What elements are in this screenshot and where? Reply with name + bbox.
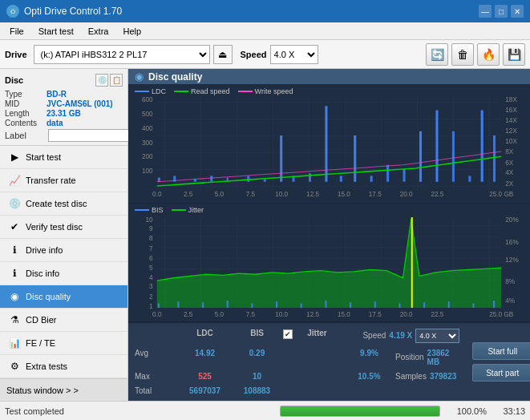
avg-bis: 0.29	[231, 349, 283, 366]
svg-text:300: 300	[142, 138, 153, 146]
eject-button[interactable]: ⏏	[213, 45, 233, 64]
transfer-rate-icon: 📈	[8, 174, 21, 187]
max-label: Max	[135, 372, 179, 381]
chart2: BIS Jitter 10	[128, 204, 530, 322]
disc-icon2[interactable]: 📋	[110, 74, 123, 87]
svg-text:200: 200	[142, 152, 153, 160]
max-ldc: 525	[179, 372, 231, 381]
svg-rect-85	[301, 303, 302, 308]
svg-text:12.5: 12.5	[306, 310, 319, 318]
action-buttons: Start full Start part	[466, 323, 530, 401]
svg-text:8X: 8X	[505, 147, 513, 155]
svg-text:22.5: 22.5	[431, 310, 444, 318]
nav-item-extra-tests[interactable]: ⚙ Extra tests	[0, 355, 127, 378]
svg-rect-40	[354, 135, 356, 182]
svg-text:5: 5	[149, 263, 153, 271]
start-part-button[interactable]: Start part	[472, 364, 530, 382]
charts-area: LDC Read speed Write speed	[128, 85, 530, 322]
menu-help[interactable]: Help	[116, 25, 148, 38]
mid-value: JVC-AMS6L (001)	[47, 99, 113, 108]
nav-transfer-rate-label: Transfer rate	[26, 176, 76, 185]
status-window-btn[interactable]: Status window > >	[0, 378, 127, 401]
svg-text:1: 1	[149, 302, 153, 310]
svg-text:22.5: 22.5	[431, 189, 444, 197]
nav-item-start-test[interactable]: ▶ Start test	[0, 146, 127, 169]
save-button[interactable]: 💾	[503, 43, 525, 66]
chart1: LDC Read speed Write speed	[128, 85, 530, 204]
speed-label: Speed	[241, 50, 267, 59]
extra-tests-icon: ⚙	[8, 360, 21, 373]
toolbar: Drive (k:) ATAPI iHBS312 2 PL17 ⏏ Speed …	[0, 40, 530, 69]
svg-text:3: 3	[149, 282, 153, 290]
stats-jitter-header: Jitter	[291, 329, 343, 343]
svg-rect-87	[350, 302, 351, 308]
samples-label: Samples	[395, 372, 427, 381]
minimize-button[interactable]: —	[479, 5, 492, 18]
speed-select[interactable]: 4.0 X	[270, 45, 318, 64]
time-text: 33:13	[493, 406, 525, 416]
svg-text:10: 10	[146, 215, 153, 223]
svg-text:14X: 14X	[505, 116, 517, 124]
drive-info-icon: ℹ	[8, 244, 21, 256]
nav-item-drive-info[interactable]: ℹ Drive info	[0, 239, 127, 262]
svg-rect-39	[340, 176, 342, 181]
menu-extra[interactable]: Extra	[82, 25, 115, 38]
nav-item-create-test-disc[interactable]: 💿 Create test disc	[0, 192, 127, 216]
svg-text:20.0: 20.0	[400, 189, 413, 197]
legend1-readspeed: Read speed	[191, 87, 230, 95]
svg-rect-34	[264, 180, 266, 182]
svg-rect-33	[247, 176, 249, 181]
burn-button[interactable]: 🔥	[477, 43, 500, 66]
drive-label: Drive	[5, 50, 27, 59]
erase-button[interactable]: 🗑	[451, 43, 474, 66]
menu-file[interactable]: File	[3, 25, 30, 38]
svg-text:16X: 16X	[505, 105, 517, 113]
svg-rect-90	[411, 217, 413, 308]
position-value: 23862 MB	[427, 349, 457, 366]
nav-item-disc-quality[interactable]: ◉ Disc quality	[0, 285, 127, 309]
drive-select[interactable]: (k:) ATAPI iHBS312 2 PL17	[34, 45, 210, 64]
svg-text:20%: 20%	[505, 215, 519, 223]
svg-rect-48	[481, 111, 483, 182]
close-button[interactable]: ✕	[511, 5, 524, 18]
svg-rect-41	[370, 176, 373, 181]
contents-label: Contents	[5, 119, 47, 127]
refresh-button[interactable]: 🔄	[426, 43, 448, 66]
svg-text:6: 6	[149, 254, 153, 262]
menu-bar: File Start test Extra Help	[0, 22, 530, 40]
svg-rect-93	[472, 303, 474, 308]
fe-te-icon: 📊	[8, 337, 21, 349]
speed-select-stats[interactable]: 4.0 X	[415, 329, 459, 343]
svg-text:0.0: 0.0	[152, 189, 162, 197]
speed-label-stat: Speed	[362, 331, 386, 340]
svg-rect-46	[452, 131, 455, 182]
total-ldc: 5697037	[179, 386, 231, 395]
nav-item-fe-te[interactable]: 📊 FE / TE	[0, 332, 127, 355]
type-label: Type	[5, 90, 47, 99]
svg-text:9: 9	[149, 224, 153, 232]
svg-text:2.5: 2.5	[184, 189, 193, 197]
menu-start-test[interactable]: Start test	[32, 25, 80, 38]
app-icon: O	[6, 5, 19, 18]
svg-rect-35	[280, 135, 282, 182]
svg-text:7: 7	[149, 244, 153, 252]
svg-text:7.5: 7.5	[246, 189, 256, 197]
nav-item-cd-bier[interactable]: ⚗ CD Bier	[0, 309, 127, 332]
nav-item-transfer-rate[interactable]: 📈 Transfer rate	[0, 169, 127, 192]
svg-rect-82	[227, 301, 229, 308]
svg-rect-81	[202, 302, 204, 308]
start-full-button[interactable]: Start full	[472, 342, 530, 360]
nav-item-verify-test-disc[interactable]: ✔ Verify test disc	[0, 216, 127, 239]
nav-disc-quality-label: Disc quality	[26, 292, 71, 301]
svg-text:10.0: 10.0	[275, 310, 288, 318]
nav-item-disc-info[interactable]: ℹ Disc info	[0, 262, 127, 285]
cd-bier-icon: ⚗	[8, 313, 21, 326]
stats-empty-cell	[135, 329, 179, 343]
svg-text:6X: 6X	[505, 159, 513, 167]
status-text: Test completed	[5, 406, 273, 416]
disc-icon1[interactable]: 💿	[95, 74, 108, 87]
avg-jitter: 9.9%	[343, 349, 395, 366]
svg-text:2.5: 2.5	[184, 310, 193, 318]
stats-checkbox[interactable]: ✔	[283, 329, 291, 343]
maximize-button[interactable]: □	[495, 5, 508, 18]
